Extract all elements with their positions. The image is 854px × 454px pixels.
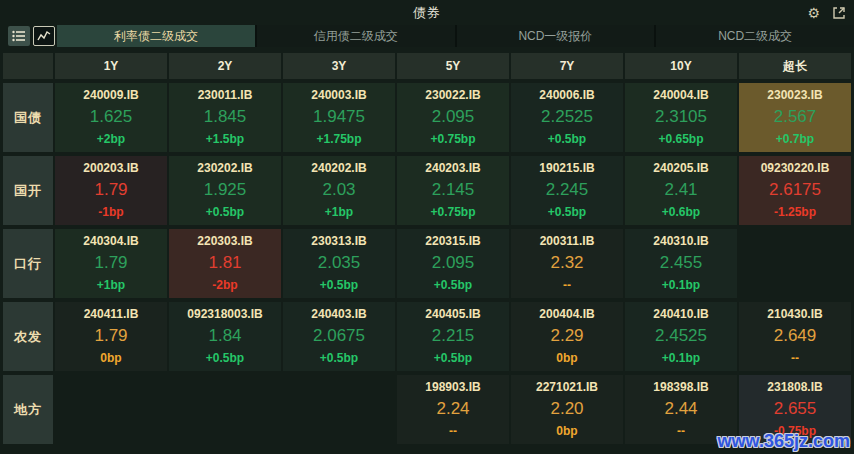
bond-change: -- <box>563 278 571 292</box>
bond-code: 240403.IB <box>311 307 366 321</box>
page-title: 债券 <box>413 4 441 22</box>
row-label-国债: 国债 <box>3 83 53 152</box>
external-link-icon[interactable] <box>832 6 846 20</box>
tab-3[interactable]: NCD一级报价 <box>455 25 655 47</box>
quote-cell-210430.IB[interactable]: 210430.IB2.649-- <box>739 302 851 371</box>
quote-cell-240003.IB[interactable]: 240003.IB1.9475+1.75bp <box>283 83 395 152</box>
quote-cell-198903.IB[interactable]: 198903.IB2.24-- <box>397 375 509 444</box>
bond-change: 0bp <box>556 424 577 438</box>
quote-cell-230022.IB[interactable]: 230022.IB2.095+0.75bp <box>397 83 509 152</box>
tab-1[interactable]: 利率债二级成交 <box>57 25 255 47</box>
bond-value: 2.655 <box>774 399 817 419</box>
bond-code: 220315.IB <box>425 234 480 248</box>
quote-cell-240009.IB[interactable]: 240009.IB1.625+2bp <box>55 83 167 152</box>
bond-value: 2.145 <box>432 180 475 200</box>
quote-cell-09230220.IB[interactable]: 09230220.IB2.6175-1.25bp <box>739 156 851 225</box>
column-header-2Y: 2Y <box>169 53 281 79</box>
quote-cell-240310.IB[interactable]: 240310.IB2.455+0.1bp <box>625 229 737 298</box>
titlebar-actions: ⚙ <box>807 0 846 25</box>
gear-icon[interactable]: ⚙ <box>807 6 820 20</box>
bond-code: 231808.IB <box>767 380 822 394</box>
quote-cell-240405.IB[interactable]: 240405.IB2.215+0.5bp <box>397 302 509 371</box>
column-header-3Y: 3Y <box>283 53 395 79</box>
bond-change: +0.65bp <box>658 132 703 146</box>
quote-cell-240004.IB[interactable]: 240004.IB2.3105+0.65bp <box>625 83 737 152</box>
quote-cell-240304.IB[interactable]: 240304.IB1.79+1bp <box>55 229 167 298</box>
bond-change: +0.5bp <box>320 351 358 365</box>
list-view-button[interactable] <box>8 26 30 46</box>
bond-change: +0.75bp <box>430 132 475 146</box>
bond-change: +1bp <box>97 278 125 292</box>
rates-grid: 1Y2Y3Y5Y7Y10Y超长国债240009.IB1.625+2bp23001… <box>0 53 854 444</box>
bond-code: 09230220.IB <box>761 161 830 175</box>
bond-code: 220303.IB <box>197 234 252 248</box>
bond-change: -2bp <box>212 278 237 292</box>
bond-value: 1.79 <box>94 326 127 346</box>
bond-value: 2.44 <box>664 399 697 419</box>
bond-change: +0.5bp <box>548 132 586 146</box>
bond-value: 2.20 <box>550 399 583 419</box>
bond-code: 240003.IB <box>311 88 366 102</box>
bond-value: 2.3105 <box>655 107 707 127</box>
bond-code: 198903.IB <box>425 380 480 394</box>
bond-code: 210430.IB <box>767 307 822 321</box>
quote-cell-220303.IB[interactable]: 220303.IB1.81-2bp <box>169 229 281 298</box>
bond-change: -- <box>791 351 799 365</box>
bond-value: 2.215 <box>432 326 475 346</box>
bond-value: 2.29 <box>550 326 583 346</box>
tab-4[interactable]: NCD二级成交 <box>654 25 854 47</box>
line-chart-icon <box>37 30 51 42</box>
column-header-5Y: 5Y <box>397 53 509 79</box>
bond-value: 2.095 <box>432 107 475 127</box>
quote-cell-200404.IB[interactable]: 200404.IB2.290bp <box>511 302 623 371</box>
quote-cell-092318003.IB[interactable]: 092318003.IB1.84+0.5bp <box>169 302 281 371</box>
quote-cell-240203.IB[interactable]: 240203.IB2.145+0.75bp <box>397 156 509 225</box>
bond-code: 240310.IB <box>653 234 708 248</box>
row-label-农发: 农发 <box>3 302 53 371</box>
bond-value: 2.32 <box>550 253 583 273</box>
quote-cell-240411.IB[interactable]: 240411.IB1.790bp <box>55 302 167 371</box>
quote-cell-220315.IB[interactable]: 220315.IB2.095+0.5bp <box>397 229 509 298</box>
bond-code: 230023.IB <box>767 88 822 102</box>
bond-value: 2.0675 <box>313 326 365 346</box>
bond-value: 2.567 <box>774 107 817 127</box>
quote-cell-230202.IB[interactable]: 230202.IB1.925+0.5bp <box>169 156 281 225</box>
bond-change: +0.5bp <box>206 351 244 365</box>
bond-change: +2bp <box>97 132 125 146</box>
quote-cell-230313.IB[interactable]: 230313.IB2.035+0.5bp <box>283 229 395 298</box>
quote-cell-240006.IB[interactable]: 240006.IB2.2525+0.5bp <box>511 83 623 152</box>
quote-cell-2271021.IB[interactable]: 2271021.IB2.200bp <box>511 375 623 444</box>
quote-cell-240403.IB[interactable]: 240403.IB2.0675+0.5bp <box>283 302 395 371</box>
row-label-国开: 国开 <box>3 156 53 225</box>
quote-cell-empty <box>55 375 167 444</box>
tab-row: 利率债二级成交信用债二级成交NCD一级报价NCD二级成交 <box>0 25 854 47</box>
quote-cell-240205.IB[interactable]: 240205.IB2.41+0.6bp <box>625 156 737 225</box>
bond-value: 1.925 <box>204 180 247 200</box>
bond-change: +0.1bp <box>662 278 700 292</box>
quote-cell-empty <box>283 375 395 444</box>
quote-cell-200203.IB[interactable]: 200203.IB1.79-1bp <box>55 156 167 225</box>
list-icon <box>12 30 26 42</box>
bond-value: 2.649 <box>774 326 817 346</box>
quote-cell-200311.IB[interactable]: 200311.IB2.32-- <box>511 229 623 298</box>
corner-cell <box>3 53 53 79</box>
bond-code: 240205.IB <box>653 161 708 175</box>
bond-value: 2.24 <box>436 399 469 419</box>
bond-change: +1bp <box>325 205 353 219</box>
bond-code: 240410.IB <box>653 307 708 321</box>
bond-code: 200311.IB <box>540 234 595 248</box>
bond-value: 2.455 <box>660 253 703 273</box>
bond-change: +0.75bp <box>430 205 475 219</box>
bond-value: 2.41 <box>664 180 697 200</box>
quote-cell-230011.IB[interactable]: 230011.IB1.845+1.5bp <box>169 83 281 152</box>
tab-2[interactable]: 信用债二级成交 <box>255 25 455 47</box>
quote-cell-230023.IB[interactable]: 230023.IB2.567+0.7bp <box>739 83 851 152</box>
quote-cell-190215.IB[interactable]: 190215.IB2.245+0.5bp <box>511 156 623 225</box>
bond-value: 2.245 <box>546 180 589 200</box>
chart-view-button[interactable] <box>33 26 55 46</box>
quote-cell-240202.IB[interactable]: 240202.IB2.03+1bp <box>283 156 395 225</box>
bond-code: 230011.IB <box>198 88 253 102</box>
bond-code: 200203.IB <box>83 161 138 175</box>
quote-cell-240410.IB[interactable]: 240410.IB2.4525+0.1bp <box>625 302 737 371</box>
bond-code: 240006.IB <box>539 88 594 102</box>
